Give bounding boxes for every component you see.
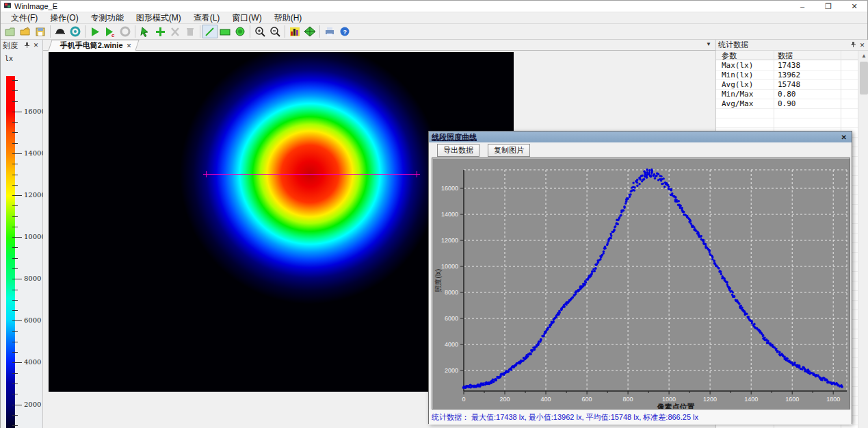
table-row[interactable]: Avg/Max0.90 [716,99,858,109]
open-folder-icon[interactable] [18,25,33,38]
scale-minor-tick [12,342,18,342]
stat-value: 17438 [778,61,800,71]
svg-text:像素点位置: 像素点位置 [657,403,695,409]
scale-major-tick [12,112,22,112]
curve-window-close-icon[interactable]: ✕ [839,134,849,141]
svg-text:16000: 16000 [441,185,458,192]
restore-button[interactable]: ❐ [815,1,841,12]
curve-window-titlebar[interactable]: 线段照度曲线 ✕ [429,131,852,142]
minimize-button[interactable]: – [789,1,815,12]
scroll-thumb[interactable] [860,62,868,95]
svg-text:200: 200 [499,396,510,403]
trash-icon[interactable] [183,25,198,38]
scale-minor-tick [12,268,18,269]
play-icon[interactable] [88,25,103,38]
histogram-icon[interactable] [287,25,302,38]
measure-cross-left[interactable] [203,171,209,177]
table-row[interactable]: Min(lx)13962 [716,71,858,80]
scale-minor-tick [12,247,18,248]
delete-icon[interactable] [168,25,183,38]
tab-dropdown-icon[interactable]: ▼ [706,41,711,47]
circle-tool-icon[interactable] [233,25,248,38]
menu-item-special-measure[interactable]: 专测功能 [85,12,130,25]
scale-minor-tick [12,394,18,394]
toolbar-separator [85,25,86,38]
print-icon[interactable] [322,25,337,38]
titlebar: WinImage_E – ❐ ✕ [1,1,867,12]
stat-value: 0.90 [778,99,796,109]
scale-minor-tick [12,290,18,290]
svg-text:6000: 6000 [445,315,458,322]
save-icon[interactable] [33,25,48,38]
scale-minor-tick [12,373,18,374]
scale-colorbar [6,76,15,428]
table-row[interactable]: 参数数据 [716,51,858,60]
open-file-icon[interactable] [3,25,18,38]
close-icon[interactable]: ✕ [858,42,867,49]
menu-item-view[interactable]: 查看(L) [187,12,226,25]
gear-icon[interactable] [68,25,83,38]
curve-window-title: 线段照度曲线 [432,132,839,142]
zoom-in-icon[interactable] [252,25,267,38]
export-data-button[interactable]: 导出数据 [437,144,479,157]
menu-item-operate[interactable]: 操作(O) [44,12,84,25]
pin-icon[interactable] [23,42,31,49]
scale-minor-tick [12,415,18,416]
toolbar-separator [50,25,51,38]
help-icon[interactable]: ? [337,25,352,38]
measure-cross-right[interactable] [414,171,420,177]
shade-icon[interactable] [53,25,68,38]
scale-minor-tick [12,90,18,91]
table-row[interactable]: Min/Max0.80 [716,90,858,99]
table-row[interactable]: Avg(lx)15748 [716,80,858,90]
curve-chart: 2000400060008000100001200014000160000200… [432,158,850,410]
close-button[interactable]: ✕ [841,1,867,12]
scale-minor-tick [12,185,18,186]
scale-major-tick [12,237,22,238]
add-cross-icon[interactable] [153,25,168,38]
curve-window: 线段照度曲线 ✕ 导出数据复制图片 2000400060008000100001… [428,131,852,424]
copy-image-button[interactable]: 复制图片 [488,144,530,157]
toolbar-separator [135,25,135,38]
menu-item-file[interactable]: 文件(F) [5,12,44,25]
measure-line[interactable] [206,174,417,175]
scale-minor-tick [12,143,18,144]
line-tool-icon[interactable] [202,25,218,38]
rect-tool-icon[interactable] [218,25,233,38]
scale-major-tick [12,405,22,405]
table-row[interactable] [716,118,858,128]
tab-active-document[interactable]: 手机手电筒2.winie ✕ [48,40,139,51]
pin-icon[interactable] [849,41,858,49]
menu-item-help[interactable]: 帮助(H) [268,12,308,25]
svg-text:10000: 10000 [441,263,458,270]
diamond-grid-icon[interactable] [302,25,317,38]
stats-scrollbar[interactable]: ▲ [858,51,868,428]
scale-tick-label: 8000 [24,275,41,282]
scale-panel: 刻度 ✕ lx 16000140001200010000800060004000… [1,40,43,428]
tab-close-icon[interactable]: ✕ [127,42,132,49]
svg-text:2000: 2000 [445,367,458,374]
scale-unit-label: lx [5,55,13,62]
play-continuous-icon[interactable]: c [103,25,118,38]
close-icon[interactable]: ✕ [31,42,40,49]
svg-text:1800: 1800 [826,396,840,403]
toolbar: c? [1,24,867,40]
cursor-icon[interactable] [137,25,153,38]
table-row[interactable] [716,109,858,118]
tab-label: 手机手电筒2.winie [60,40,123,51]
curve-status-bar: 统计数据： 最大值:17438 lx, 最小值:13962 lx, 平均值:15… [429,410,852,425]
stats-panel-title: 统计数据 [718,40,849,50]
menu-item-window[interactable]: 窗口(W) [226,12,267,25]
scroll-up-icon[interactable]: ▲ [858,51,868,61]
stop-icon[interactable] [118,25,133,38]
stat-value: 0.80 [778,90,796,99]
curve-window-toolbar: 导出数据复制图片 [429,142,852,158]
scale-tick-label: 2000 [24,401,41,408]
menu-item-graph-mode[interactable]: 图形模式(M) [130,12,187,25]
stat-param: Min/Max [722,90,753,99]
scale-minor-tick [12,80,18,81]
zoom-out-icon[interactable] [267,25,282,38]
svg-text:照度(lx): 照度(lx) [434,269,442,292]
toolbar-separator [319,25,320,38]
table-row[interactable]: Max(lx)17438 [716,61,858,71]
